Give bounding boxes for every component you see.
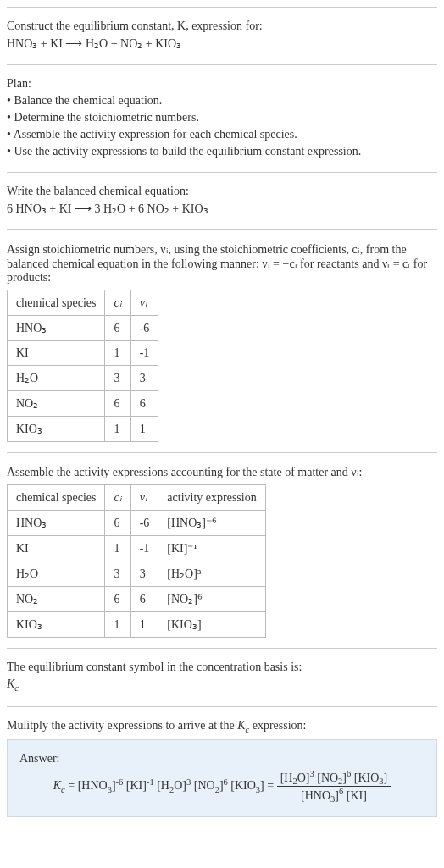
cell-c: 6 bbox=[105, 391, 130, 417]
answer-denominator: [HNO3]6 [KI] bbox=[277, 787, 391, 804]
section-kc-symbol: The equilibrium constant symbol in the c… bbox=[7, 648, 437, 706]
cell-v: -6 bbox=[130, 511, 158, 536]
cell-c: 3 bbox=[105, 366, 130, 391]
answer-label: Answer: bbox=[19, 752, 425, 766]
cell-species: KIO₃ bbox=[8, 417, 105, 442]
cell-species: KI bbox=[8, 341, 105, 366]
cell-c: 3 bbox=[105, 561, 130, 587]
col-ci: cᵢ bbox=[105, 485, 130, 511]
cell-species: H₂O bbox=[8, 366, 105, 391]
col-species: chemical species bbox=[8, 485, 105, 511]
intro-line: Construct the equilibrium constant, K, e… bbox=[7, 19, 437, 33]
col-species: chemical species bbox=[8, 290, 105, 316]
stoich-table: chemical species cᵢ νᵢ HNO₃ 6 -6 KI 1 -1… bbox=[7, 290, 158, 442]
balanced-equation: 6 HNO₃ + KI ⟶ 3 H₂O + 6 NO₂ + KIO₃ bbox=[7, 202, 437, 216]
cell-species: HNO₃ bbox=[8, 316, 105, 341]
section-multiply: Mulitply the activity expressions to arr… bbox=[7, 706, 437, 827]
cell-c: 6 bbox=[105, 511, 130, 536]
col-vi: νᵢ bbox=[130, 485, 158, 511]
answer-numerator: [H2O]3 [NO2]6 [KIO3] bbox=[277, 769, 391, 787]
activity-table: chemical species cᵢ νᵢ activity expressi… bbox=[7, 484, 266, 638]
cell-species: KIO₃ bbox=[8, 612, 105, 638]
table-row: KIO₃ 1 1 [KIO₃] bbox=[8, 612, 266, 638]
kc-symbol-text: Kc bbox=[7, 677, 437, 693]
section-intro: Construct the equilibrium constant, K, e… bbox=[7, 7, 437, 64]
plan-bullet-3: • Assemble the activity expression for e… bbox=[7, 128, 437, 141]
balanced-title: Write the balanced chemical equation: bbox=[7, 185, 437, 198]
cell-activity: [NO₂]⁶ bbox=[158, 587, 265, 612]
cell-c: 1 bbox=[105, 612, 130, 638]
cell-c: 1 bbox=[105, 417, 130, 442]
answer-expression: Kc = [HNO3]-6 [KI]-1 [H2O]3 [NO2]6 [KIO3… bbox=[19, 769, 425, 804]
table-row: KIO₃ 1 1 bbox=[8, 417, 158, 442]
cell-v: -6 bbox=[130, 316, 158, 341]
cell-v: 1 bbox=[130, 612, 158, 638]
cell-c: 1 bbox=[105, 341, 130, 366]
table-row: H₂O 3 3 [H₂O]³ bbox=[8, 561, 266, 587]
cell-species: KI bbox=[8, 536, 105, 561]
table-header-row: chemical species cᵢ νᵢ activity expressi… bbox=[8, 485, 266, 511]
stoich-intro: Assign stoichiometric numbers, νᵢ, using… bbox=[7, 242, 437, 285]
cell-v: -1 bbox=[130, 341, 158, 366]
kc-symbol-line1: The equilibrium constant symbol in the c… bbox=[7, 661, 437, 674]
plan-bullet-2: • Determine the stoichiometric numbers. bbox=[7, 111, 437, 124]
intro-equation: HNO₃ + KI ⟶ H₂O + NO₂ + KIO₃ bbox=[7, 36, 437, 51]
plan-bullet-4: • Use the activity expressions to build … bbox=[7, 145, 437, 158]
cell-c: 6 bbox=[105, 316, 130, 341]
answer-box: Answer: Kc = [HNO3]-6 [KI]-1 [H2O]3 [NO2… bbox=[7, 739, 437, 817]
cell-activity: [KI]⁻¹ bbox=[158, 536, 265, 561]
section-stoich: Assign stoichiometric numbers, νᵢ, using… bbox=[7, 229, 437, 452]
cell-activity: [HNO₃]⁻⁶ bbox=[158, 511, 265, 536]
cell-species: NO₂ bbox=[8, 587, 105, 612]
table-header-row: chemical species cᵢ νᵢ bbox=[8, 290, 158, 316]
plan-bullet-1: • Balance the chemical equation. bbox=[7, 94, 437, 108]
intro-text: Construct the equilibrium constant, K, e… bbox=[7, 19, 263, 32]
table-row: HNO₃ 6 -6 bbox=[8, 316, 158, 341]
cell-v: 3 bbox=[130, 561, 158, 587]
col-ci: cᵢ bbox=[105, 290, 130, 316]
activity-intro: Assemble the activity expressions accoun… bbox=[7, 465, 437, 479]
table-row: H₂O 3 3 bbox=[8, 366, 158, 391]
cell-species: HNO₃ bbox=[8, 511, 105, 536]
table-row: HNO₃ 6 -6 [HNO₃]⁻⁶ bbox=[8, 511, 266, 536]
table-row: KI 1 -1 [KI]⁻¹ bbox=[8, 536, 266, 561]
multiply-line: Mulitply the activity expressions to arr… bbox=[7, 719, 437, 734]
cell-v: 1 bbox=[130, 417, 158, 442]
cell-v: 6 bbox=[130, 587, 158, 612]
table-row: KI 1 -1 bbox=[8, 341, 158, 366]
section-plan: Plan: • Balance the chemical equation. •… bbox=[7, 64, 437, 172]
cell-species: H₂O bbox=[8, 561, 105, 587]
section-balanced: Write the balanced chemical equation: 6 … bbox=[7, 172, 437, 229]
cell-c: 6 bbox=[105, 587, 130, 612]
cell-activity: [KIO₃] bbox=[158, 612, 265, 638]
table-row: NO₂ 6 6 [NO₂]⁶ bbox=[8, 587, 266, 612]
table-row: NO₂ 6 6 bbox=[8, 391, 158, 417]
cell-c: 1 bbox=[105, 536, 130, 561]
col-activity: activity expression bbox=[158, 485, 265, 511]
answer-fraction: [H2O]3 [NO2]6 [KIO3] [HNO3]6 [KI] bbox=[277, 769, 391, 804]
cell-v: 6 bbox=[130, 391, 158, 417]
col-vi: νᵢ bbox=[130, 290, 158, 316]
plan-title: Plan: bbox=[7, 77, 437, 91]
cell-activity: [H₂O]³ bbox=[158, 561, 265, 587]
cell-species: NO₂ bbox=[8, 391, 105, 417]
section-activity: Assemble the activity expressions accoun… bbox=[7, 452, 437, 648]
cell-v: -1 bbox=[130, 536, 158, 561]
cell-v: 3 bbox=[130, 366, 158, 391]
